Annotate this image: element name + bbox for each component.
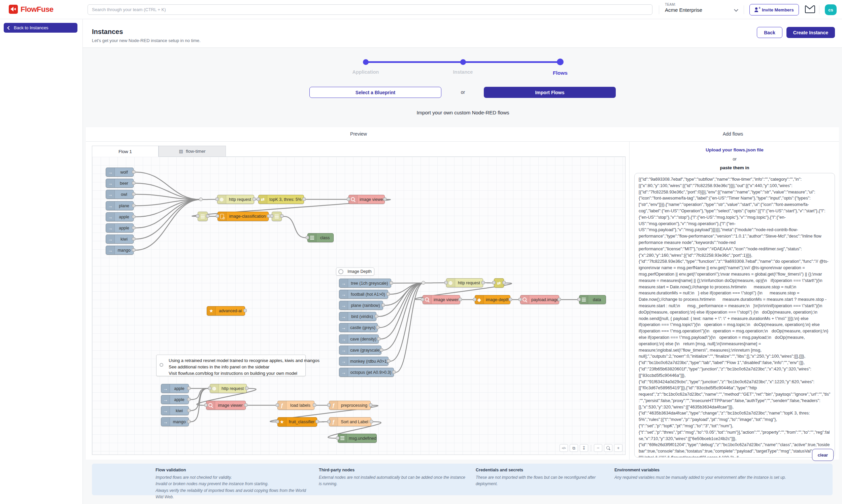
output-port[interactable] [132,248,135,252]
flow-node-apple-3[interactable]: apple [161,384,189,393]
input-port[interactable] [519,298,522,301]
flow-node-http-request-2[interactable]: http request [446,278,483,287]
zoom-in-button[interactable] [614,444,622,452]
flow-canvas[interactable]: wolfbeerowlplaneappleapplekiwimangohttp … [92,157,626,455]
avatar[interactable]: cs [825,4,837,15]
invite-members-button[interactable]: Invite Members [750,4,799,16]
output-port[interactable] [244,403,247,407]
flow-node-cave-grayscale[interactable]: cave (grayscale) [339,345,382,355]
input-port[interactable] [204,403,208,407]
flow-node-bird[interactable]: bird (viridis) [339,312,376,321]
clear-button[interactable]: clear [812,449,834,461]
output-port[interactable] [206,214,209,218]
output-port[interactable] [313,403,316,407]
flow-node-link-a[interactable] [198,212,208,221]
input-port[interactable] [473,298,476,301]
flow-node-kiwi[interactable]: kiwi [106,234,134,244]
create-instance-button[interactable]: Create Instance [787,27,835,38]
output-port[interactable] [369,403,372,407]
output-port[interactable] [132,170,135,174]
download-button[interactable] [580,444,588,452]
input-port[interactable] [196,214,199,218]
flow-node-tree[interactable]: tree (1ch greyscale) [339,278,391,288]
output-port[interactable] [502,281,506,284]
flow-node-junction-1[interactable] [199,198,203,201]
import-flows-button[interactable]: Import Flows [484,87,616,98]
view-code-button[interactable] [560,444,568,452]
flow-node-http-request-1[interactable]: http request [217,195,254,204]
flow-node-link-b[interactable] [272,212,282,221]
output-port[interactable] [243,309,247,312]
flow-node-plane[interactable]: plane [106,201,134,210]
flow-node-advanced-ai[interactable]: advanced-ai [207,306,245,316]
flow-node-mango[interactable]: mango [106,246,134,255]
flow-node-castle[interactable]: castle (greys) [339,323,378,332]
flow-node-cave-density[interactable]: cave (density) [339,335,379,343]
input-port[interactable] [276,403,279,407]
flow-node-owl[interactable]: owl [106,190,134,199]
output-port[interactable] [302,198,306,201]
flow-node-image-viewer-3[interactable]: image viewer [206,401,246,410]
input-port[interactable] [492,281,495,284]
zoom-search-button[interactable] [604,444,612,452]
chevron-down-icon[interactable] [734,7,738,12]
flow-node-wolf[interactable]: wolf [106,167,134,177]
flow-node-load-labels[interactable]: load labels [277,401,314,410]
output-port[interactable] [187,398,191,401]
flow-node-image-depth[interactable]: image-depth [475,295,510,304]
mail-icon[interactable] [805,5,815,13]
output-port[interactable] [132,204,135,207]
flow-node-image-viewer-2[interactable]: image viewer [422,295,460,304]
back-to-instances-button[interactable]: Back to Instances [4,23,77,33]
flow-node-apple-4[interactable]: apple [161,395,189,404]
select-blueprint-button[interactable]: Select a Blueprint [310,87,441,98]
input-port[interactable] [215,198,219,201]
input-port[interactable] [208,386,211,390]
flow-node-debug-class[interactable]: class [308,233,334,242]
input-port[interactable] [327,403,331,407]
output-port[interactable] [280,214,283,218]
output-port[interactable] [376,326,380,329]
flow-node-apple-2[interactable]: apple [106,223,134,233]
output-port[interactable] [132,215,135,218]
output-port[interactable] [132,181,135,185]
flow-node-beer[interactable]: beer [106,179,134,188]
flow-node-octopus[interactable]: octopus (jet A0.9>0.3) [339,368,394,377]
tab-flow-timer[interactable]: ▤ flow-timer [159,146,226,157]
flow-node-debug-msg-undefined[interactable]: msg.undefined [338,434,377,443]
output-port[interactable] [375,314,378,318]
output-port[interactable] [132,226,135,230]
output-port[interactable] [387,359,390,363]
flowfuse-logo[interactable]: FlowFuse [9,5,53,14]
flow-node-change-mini[interactable] [494,278,504,288]
output-port[interactable] [509,298,512,301]
flow-node-football[interactable]: football (hot A1>0) [339,290,388,299]
flow-node-http-request-3[interactable]: http request [210,384,247,393]
team-selector[interactable]: TEAM: Acme Enterprise [665,3,702,13]
output-port[interactable] [380,348,383,352]
back-button[interactable]: Back [757,27,782,38]
flow-node-monkey[interactable]: monkey (rdbu A0>1) [339,357,388,366]
flow-node-image-viewer-1[interactable]: image viewer [348,195,385,204]
flow-node-preprocessing[interactable]: preprocessing [329,401,371,410]
output-port[interactable] [370,420,373,423]
output-port[interactable] [252,198,256,201]
flow-node-debug-data[interactable]: data [579,295,606,304]
flow-node-plane-rainbow[interactable]: plane (rainbow) [339,301,383,310]
output-port[interactable] [382,304,385,307]
output-port[interactable] [458,298,462,301]
upload-flows-link[interactable]: Upload your flows.json file [706,147,764,152]
flows-json-textarea[interactable]: [{"id":"9a693308.7ebaf","type":"subflow"… [634,173,835,457]
flow-node-payload-image[interactable]: payload.image [520,295,559,304]
input-port[interactable] [421,298,424,301]
flow-node-fruit-classifier[interactable]: fruit_classifier [277,417,317,427]
input-port[interactable] [216,214,219,218]
output-port[interactable] [245,386,248,390]
input-port[interactable] [336,436,339,440]
search-input[interactable] [88,4,652,15]
tab-flow-1[interactable]: Flow 1 [92,146,159,157]
output-port[interactable] [132,193,135,196]
flow-node-mango-2[interactable]: mango [161,417,189,426]
output-port[interactable] [132,237,135,240]
input-port[interactable] [347,198,350,201]
